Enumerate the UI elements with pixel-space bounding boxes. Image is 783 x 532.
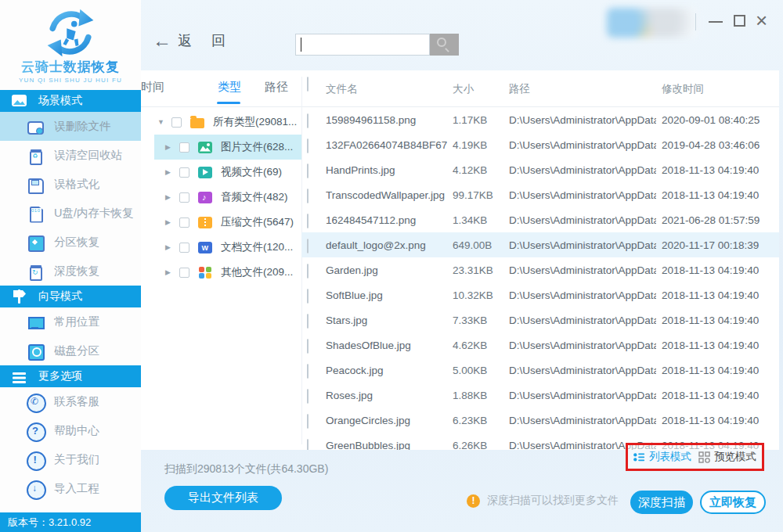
preview-mode-toggle[interactable]: 预览模式 xyxy=(698,450,756,464)
sidebar-item[interactable]: 关于我们 xyxy=(0,445,141,474)
checkbox[interactable] xyxy=(307,138,309,153)
table-row[interactable]: SoftBlue.jpg 10.32KB D:\Users\Administra… xyxy=(301,282,779,307)
checkbox[interactable] xyxy=(179,167,189,178)
checkbox[interactable] xyxy=(179,243,189,253)
close-button[interactable]: × xyxy=(756,10,767,31)
file-name: 159894961158.png xyxy=(326,114,447,126)
file-time: 2018-11-13 04:19:40 xyxy=(662,340,779,351)
table-row[interactable]: default_logo@2x.png 649.00B D:\Users\Adm… xyxy=(301,232,779,257)
table-row[interactable]: Garden.jpg 23.31KB D:\Users\Administrato… xyxy=(301,257,779,282)
sidebar-item[interactable]: 磁盘分区 xyxy=(0,336,141,365)
tree-tab[interactable]: 时间 xyxy=(141,80,164,95)
checkbox[interactable] xyxy=(179,268,189,278)
tree-tab[interactable]: 路径 xyxy=(265,80,288,95)
back-button[interactable]: ← 返 回 xyxy=(153,31,233,50)
recover-now-button[interactable]: 立即恢复 xyxy=(700,491,766,514)
checkbox[interactable] xyxy=(307,239,309,253)
checkbox[interactable] xyxy=(307,189,309,203)
tree-item[interactable]: 音频文件(482) xyxy=(141,185,301,210)
column-header-name[interactable]: 文件名 xyxy=(326,82,447,96)
sidebar-item[interactable]: 误清空回收站 xyxy=(0,141,141,170)
checkbox[interactable] xyxy=(307,364,309,379)
table-row[interactable]: TranscodedWallpaper.jpg 99.17KB D:\Users… xyxy=(301,182,779,207)
list-mode-toggle[interactable]: 列表模式 xyxy=(633,450,691,464)
checkbox[interactable] xyxy=(307,389,309,404)
sidebar-item[interactable]: 误删除文件 xyxy=(0,112,141,141)
file-size: 5.00KB xyxy=(453,365,501,376)
table-row[interactable]: 162484547112.png 1.34KB D:\Users\Adminis… xyxy=(301,207,779,232)
image-icon xyxy=(198,142,212,153)
column-header-time[interactable]: 修改时间 xyxy=(662,82,779,96)
checkbox[interactable] xyxy=(179,142,189,153)
doc-icon xyxy=(198,242,212,253)
tree-item[interactable]: 其他文件(209... xyxy=(141,260,301,285)
sidebar-item[interactable]: 导入工程 xyxy=(0,474,141,503)
table-row[interactable]: OrangeCircles.jpg 6.23KB D:\Users\Admini… xyxy=(301,408,779,433)
minimize-button[interactable] xyxy=(709,21,723,23)
sidebar-item[interactable]: 联系客服 xyxy=(0,387,141,416)
expand-arrow-icon[interactable] xyxy=(157,118,170,126)
checkbox[interactable] xyxy=(307,339,309,354)
sidebar-item[interactable]: 误格式化 xyxy=(0,170,141,199)
file-time: 2018-11-13 04:19:40 xyxy=(662,189,779,201)
column-header-size[interactable]: 大小 xyxy=(453,82,501,96)
expand-arrow-icon[interactable] xyxy=(165,168,178,176)
sidebar-item[interactable]: 深度恢复 xyxy=(0,257,141,286)
select-all-checkbox[interactable] xyxy=(307,77,309,92)
export-file-list-button[interactable]: 导出文件列表 xyxy=(164,486,282,510)
checkbox[interactable] xyxy=(307,214,309,228)
tree-item[interactable]: 所有类型(29081... xyxy=(141,110,301,135)
checkbox[interactable] xyxy=(307,289,309,304)
app-title: 云骑士数据恢复 xyxy=(0,58,141,76)
deep-scan-button[interactable]: 深度扫描 xyxy=(630,491,693,514)
tree-tab[interactable]: 类型 xyxy=(218,80,241,95)
sidebar-item[interactable]: 分区恢复 xyxy=(0,228,141,257)
tree-item[interactable]: 视频文件(69) xyxy=(141,160,301,185)
checkbox[interactable] xyxy=(307,439,309,450)
expand-arrow-icon[interactable] xyxy=(165,143,178,151)
maximize-button[interactable] xyxy=(734,15,745,27)
table-row[interactable]: Peacock.jpg 5.00KB D:\Users\Administrato… xyxy=(301,358,779,383)
checkbox[interactable] xyxy=(307,164,309,178)
checkbox[interactable] xyxy=(307,264,309,279)
checkbox[interactable] xyxy=(179,192,189,203)
expand-arrow-icon[interactable] xyxy=(165,268,178,276)
file-time: 2018-11-13 04:19:40 xyxy=(662,365,779,376)
checkbox[interactable] xyxy=(171,117,182,128)
column-header-path[interactable]: 路径 xyxy=(509,82,656,96)
file-size: 10.32KB xyxy=(453,289,501,301)
text-caret xyxy=(301,38,301,52)
file-table: 文件名 大小 路径 修改时间 159894961158.png 1.17KB D… xyxy=(301,70,779,450)
tree-item[interactable]: 图片文件(628... xyxy=(141,135,301,160)
expand-arrow-icon[interactable] xyxy=(165,193,178,201)
file-path: D:\Users\Administrator\AppData... xyxy=(509,189,656,201)
checkbox[interactable] xyxy=(179,217,189,228)
expand-arrow-icon[interactable] xyxy=(165,218,178,226)
table-row[interactable]: HandPrints.jpg 4.12KB D:\Users\Administr… xyxy=(301,157,779,182)
sidebar-item[interactable]: U盘/内存卡恢复 xyxy=(0,199,141,228)
file-path: D:\Users\Administrator\AppData... xyxy=(509,114,656,126)
file-name: Garden.jpg xyxy=(326,264,447,276)
table-row[interactable]: Roses.jpg 1.88KB D:\Users\Administrator\… xyxy=(301,383,779,408)
file-size: 649.00B xyxy=(453,239,501,251)
tree-item[interactable]: 压缩文件(5647) xyxy=(141,210,301,235)
search-input[interactable] xyxy=(295,34,430,56)
file-name: default_logo@2x.png xyxy=(326,239,447,251)
table-body: 159894961158.png 1.17KB D:\Users\Adminis… xyxy=(301,107,779,450)
checkbox[interactable] xyxy=(307,314,309,329)
table-row[interactable]: 159894961158.png 1.17KB D:\Users\Adminis… xyxy=(301,107,779,132)
scene-icon xyxy=(11,92,28,110)
table-row[interactable]: Stars.jpg 7.33KB D:\Users\Administrator\… xyxy=(301,307,779,332)
table-row[interactable]: ShadesOfBlue.jpg 4.62KB D:\Users\Adminis… xyxy=(301,332,779,358)
audio-icon xyxy=(198,192,212,203)
tree-item[interactable]: 文档文件(120... xyxy=(141,235,301,260)
checkbox[interactable] xyxy=(307,113,309,128)
table-row[interactable]: 132FA02664074B84BF67... 4.19KB D:\Users\… xyxy=(301,132,779,157)
expand-arrow-icon[interactable] xyxy=(165,243,178,251)
file-path: D:\Users\Administrator\AppData... xyxy=(509,415,656,426)
file-size: 99.17KB xyxy=(453,189,501,201)
checkbox[interactable] xyxy=(307,414,309,429)
search-button[interactable] xyxy=(430,34,459,56)
sidebar-item[interactable]: 帮助中心 xyxy=(0,416,141,445)
sidebar-item[interactable]: 常用位置 xyxy=(0,307,141,336)
